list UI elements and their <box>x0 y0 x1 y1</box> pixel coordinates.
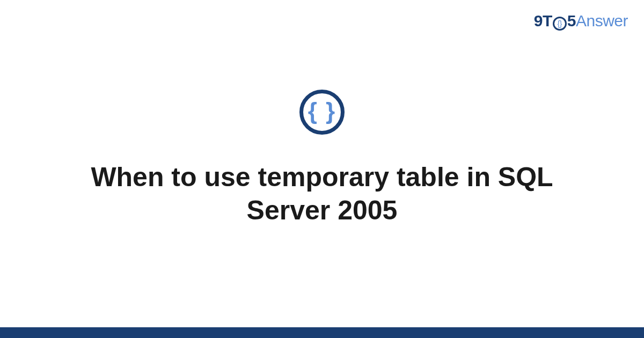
main-content: { } When to use temporary table in SQL S… <box>0 0 644 338</box>
code-braces-icon: { } <box>308 99 336 123</box>
footer-accent-bar <box>0 327 644 338</box>
page-title: When to use temporary table in SQL Serve… <box>54 160 590 227</box>
category-icon-circle: { } <box>299 90 345 135</box>
